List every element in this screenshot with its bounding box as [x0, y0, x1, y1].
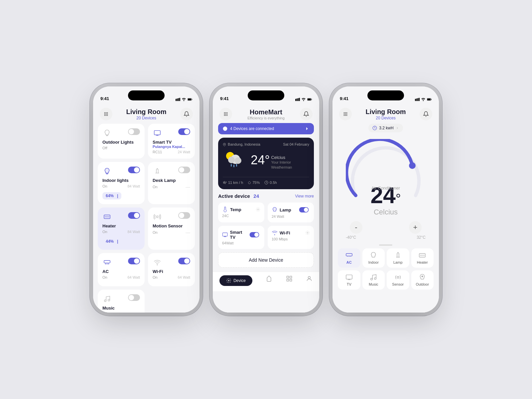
svg-rect-20 [104, 261, 110, 263]
cat-music[interactable]: Music [362, 270, 385, 290]
nav-profile[interactable] [306, 275, 313, 286]
svg-point-28 [303, 100, 304, 101]
add-device-button[interactable]: Add New Device [218, 252, 314, 268]
category-grid-2: TV Music Sensor Outdoor [332, 270, 439, 292]
svg-rect-0 [176, 99, 177, 101]
nav-home[interactable] [266, 275, 272, 286]
active-device-header: Active device 24 View more [213, 193, 319, 202]
active-card-wifi[interactable]: Wi-Fi 100 Mbps [268, 226, 314, 249]
toggle-indoor-lights[interactable] [128, 167, 140, 173]
svg-point-36 [225, 114, 226, 115]
active-devices-grid: Temp 24C Lamp [213, 202, 319, 252]
heater-slider[interactable]: 44% | [102, 238, 121, 245]
device-card-motion-sensor[interactable]: Motion Sensor On — [148, 207, 195, 250]
device-card-desk-lamp[interactable]: Desk Lamp On — [148, 162, 195, 204]
temp-plus-button[interactable]: + [409, 221, 422, 234]
toggle-ac[interactable] [128, 258, 140, 264]
cat-tv-label: TV [347, 282, 351, 286]
status-icons-1 [176, 98, 192, 101]
energy-badge[interactable]: 3.2 kwH [368, 124, 403, 132]
heater-icon [102, 212, 112, 221]
toggle-motion-sensor[interactable] [178, 212, 190, 219]
active-card-smarttv[interactable]: Smart TV 64Watt [218, 226, 264, 249]
svg-rect-2 [178, 98, 179, 101]
connected-banner[interactable]: 4 Devices are connected [218, 123, 314, 134]
temp-minus-button[interactable]: - [350, 221, 362, 234]
bell-button-1[interactable] [180, 108, 193, 120]
device-count-3: 20 Devices [365, 116, 406, 120]
active-card-lamp[interactable]: Lamp 24 Watt [268, 202, 314, 222]
device-card-outdoor-lights[interactable]: Outdoor Lights Off [98, 124, 145, 159]
cat-sensor[interactable]: Sensor [387, 270, 409, 290]
svg-point-86 [422, 276, 423, 277]
device-card-ac[interactable]: AC On 64 Watt [98, 253, 145, 286]
cat-outdoor-label: Outdoor [416, 282, 429, 286]
dynamic-island-3 [367, 90, 404, 100]
weather-date: Sat 04 February [283, 142, 309, 147]
phone2-content[interactable]: HomeMart Efficiency is everything 4 Devi… [213, 103, 319, 313]
cat-tv[interactable]: TV [338, 270, 360, 290]
toggle-desk-lamp[interactable] [178, 167, 190, 173]
toggle-smarttv-active[interactable] [250, 232, 259, 237]
indoor-lights-watt: 84 Watt [128, 184, 140, 188]
grid-button-2[interactable] [219, 108, 232, 120]
phone1-content[interactable]: Living Room 20 Devices [93, 103, 200, 313]
bell-button-2[interactable] [300, 108, 313, 120]
cat-heater[interactable]: Heater [411, 248, 434, 268]
device-card-indoor-lights[interactable]: Indoor lights On 84 Watt 64% | [98, 162, 145, 204]
svg-point-16 [107, 115, 108, 116]
cat-indoor[interactable]: Indoor [362, 248, 385, 268]
svg-rect-63 [417, 98, 418, 101]
device-grid-1: Outdoor Lights Off [93, 124, 200, 313]
svg-rect-56 [287, 276, 289, 278]
homemart-title: HomeMart [247, 108, 285, 116]
svg-point-46 [235, 157, 241, 164]
smarttv-value: 64Watt [222, 241, 260, 245]
toggle-heater[interactable] [128, 212, 140, 219]
cat-outdoor[interactable]: Outdoor [411, 270, 434, 290]
toggle-smart-tv[interactable] [178, 128, 190, 135]
toggle-lamp-active[interactable] [299, 207, 309, 212]
ac-celcius: Celcius [332, 208, 439, 216]
svg-point-45 [228, 157, 235, 163]
svg-point-19 [156, 216, 158, 218]
grid-button-3[interactable] [339, 108, 352, 120]
device-card-smart-tv[interactable]: Smart TV Pulangnya Kapal... RC11 24 Watt [148, 124, 195, 159]
phone3-content[interactable]: Living Room 20 Devices 3.2 kwH [332, 103, 439, 313]
tv-icon [153, 128, 162, 138]
toggle-wifi[interactable] [178, 258, 190, 264]
svg-rect-1 [177, 98, 178, 101]
status-time-1: 9:41 [100, 96, 109, 101]
toggle-music[interactable] [128, 294, 140, 301]
p2-header: HomeMart Efficiency is everything [213, 103, 319, 123]
toggle-outdoor-lights[interactable] [128, 128, 140, 135]
cat-ac[interactable]: AC [338, 248, 360, 268]
svg-point-23 [108, 299, 110, 301]
weather-hours: 0.5h [264, 181, 277, 185]
smart-tv-sub2: RC11 [153, 150, 162, 154]
device-card-music[interactable]: Music On [98, 290, 145, 313]
cat-ac-label: AC [346, 260, 352, 264]
dynamic-island-2 [248, 90, 284, 100]
nav-device-label: Device [233, 278, 246, 283]
device-card-heater[interactable]: Heater On 84 Watt 44% | [98, 207, 145, 250]
arc-container: Air Conditioner [332, 136, 439, 191]
weather-icon [223, 150, 246, 174]
grid-button-1[interactable] [100, 108, 112, 120]
svg-point-84 [374, 278, 376, 280]
svg-point-53 [274, 234, 275, 235]
nav-menu[interactable] [286, 275, 293, 286]
active-device-count: 24 [253, 193, 259, 199]
active-card-temp[interactable]: Temp 24C [218, 202, 264, 222]
indoor-lights-slider[interactable]: 64% | [102, 192, 121, 200]
room-title-3: Living Room [365, 108, 406, 116]
device-card-wifi[interactable]: Wi-Fi On 64 Watt [148, 253, 195, 286]
weather-wind: 11 km / h [223, 181, 243, 185]
arc-dial[interactable] [346, 139, 426, 205]
bell-button-3[interactable] [420, 108, 432, 120]
tv-cat-icon [345, 274, 353, 281]
view-more-btn[interactable]: View more [295, 194, 314, 199]
cat-lamp[interactable]: Lamp [387, 248, 409, 268]
nav-device[interactable]: Device [219, 275, 252, 286]
status-time-3: 9:41 [340, 96, 348, 101]
